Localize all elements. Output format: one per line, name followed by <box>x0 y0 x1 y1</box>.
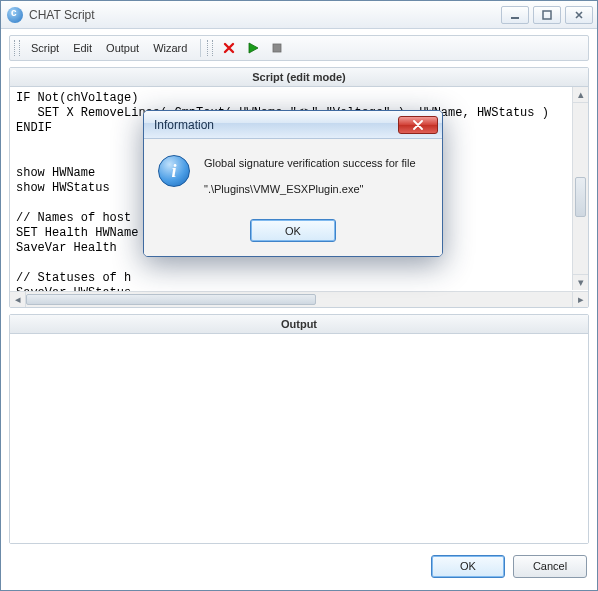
footer: OK Cancel <box>1 550 597 590</box>
output-panel: Output <box>9 314 589 544</box>
info-dialog: Information i Global signature verificat… <box>143 110 443 257</box>
vscroll-thumb[interactable] <box>575 177 586 217</box>
menu-output[interactable]: Output <box>99 39 146 57</box>
svg-rect-1 <box>543 11 551 19</box>
scroll-up-icon[interactable]: ▴ <box>573 87 588 103</box>
menu-edit[interactable]: Edit <box>66 39 99 57</box>
hscroll-thumb[interactable] <box>26 294 316 305</box>
output-body[interactable] <box>10 334 588 543</box>
menu-script[interactable]: Script <box>24 39 66 57</box>
dialog-titlebar: Information <box>144 111 442 139</box>
stop-grey-button[interactable] <box>267 38 287 58</box>
maximize-button[interactable] <box>533 6 561 24</box>
script-panel-header: Script (edit mode) <box>10 68 588 87</box>
main-window: CHAT Script Script Edit Output Wizard <box>0 0 598 591</box>
stop-red-button[interactable] <box>219 38 239 58</box>
ok-button[interactable]: OK <box>431 555 505 578</box>
svg-rect-2 <box>273 44 281 52</box>
titlebar: CHAT Script <box>1 1 597 29</box>
dialog-ok-button[interactable]: OK <box>250 219 336 242</box>
svg-rect-0 <box>511 17 519 19</box>
dialog-line1: Global signature verification success fo… <box>204 155 416 171</box>
toolbar: Script Edit Output Wizard <box>9 35 589 61</box>
app-icon <box>7 7 23 23</box>
script-vscrollbar[interactable]: ▴ ▾ <box>572 87 588 290</box>
cancel-button[interactable]: Cancel <box>513 555 587 578</box>
dialog-message: Global signature verification success fo… <box>204 155 416 207</box>
dialog-line2: ".\Plugins\VMW_ESXPlugin.exe" <box>204 181 416 197</box>
toolbar-grip-2 <box>207 40 213 56</box>
script-hscrollbar[interactable]: ◂ ▸ <box>10 291 588 307</box>
info-icon: i <box>158 155 190 187</box>
dialog-title: Information <box>154 118 398 132</box>
scroll-down-icon[interactable]: ▾ <box>573 274 588 290</box>
output-panel-header: Output <box>10 315 588 334</box>
toolbar-separator <box>200 39 201 57</box>
window-title: CHAT Script <box>29 8 501 22</box>
run-button[interactable] <box>243 38 263 58</box>
toolbar-grip <box>14 40 20 56</box>
scroll-left-icon[interactable]: ◂ <box>10 292 26 307</box>
minimize-button[interactable] <box>501 6 529 24</box>
close-button[interactable] <box>565 6 593 24</box>
menu-wizard[interactable]: Wizard <box>146 39 194 57</box>
scroll-right-icon[interactable]: ▸ <box>572 292 588 307</box>
dialog-close-button[interactable] <box>398 116 438 134</box>
